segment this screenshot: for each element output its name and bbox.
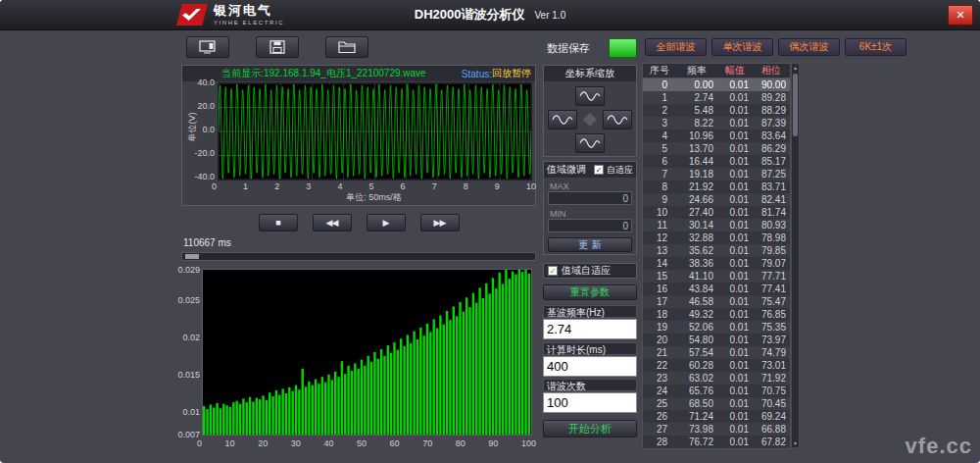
table-cell: 0.01 [717, 142, 753, 155]
display-mode-button[interactable] [186, 36, 229, 58]
open-file-button[interactable] [325, 36, 368, 58]
max-input[interactable] [548, 191, 632, 205]
table-cell: 21.92 [676, 180, 717, 193]
value-adaptive-label: 值域自适应 [562, 264, 611, 278]
min-input[interactable] [548, 219, 632, 232]
zoom-left-button[interactable] [548, 110, 577, 129]
save-button[interactable] [256, 36, 299, 58]
stop-button[interactable]: ■ [259, 214, 298, 232]
table-row[interactable]: 2465.760.0170.75 [643, 385, 790, 397]
table-cell: 4 [643, 129, 676, 142]
close-button[interactable]: ✕ [948, 5, 973, 26]
table-row[interactable]: 2157.540.0174.79 [643, 346, 790, 359]
table-row[interactable]: 719.180.0187.25 [643, 168, 790, 180]
table-row[interactable]: 513.700.0186.29 [643, 142, 790, 155]
table-row[interactable]: 25.480.0188.29 [643, 104, 790, 117]
axis-tick-label: 8 [464, 181, 468, 191]
table-cell: 24.66 [676, 193, 717, 206]
scroll-up-icon[interactable]: ▲ [792, 64, 799, 72]
column-header-frequency[interactable]: 频率 [676, 64, 717, 77]
harmonic-filter-button[interactable]: 单次谐波 [711, 38, 773, 56]
zoom-down-button[interactable] [575, 133, 605, 153]
table-cell: 0.01 [717, 359, 753, 372]
table-cell: 0.01 [717, 257, 753, 270]
table-row[interactable]: 2671.240.0169.24 [643, 410, 790, 423]
adaptive-checkbox[interactable]: ✓ [594, 165, 604, 175]
table-cell: 12 [643, 232, 676, 244]
table-row[interactable]: 2054.800.0173.97 [643, 334, 790, 346]
table-cell: 19.18 [676, 168, 717, 180]
table-cell: 65.76 [676, 385, 717, 397]
table-row[interactable]: 1130.140.0180.93 [643, 219, 790, 232]
table-row[interactable]: 1027.400.0181.74 [643, 206, 790, 219]
table-row[interactable]: 2568.500.0170.45 [643, 397, 790, 410]
table-cell: 0.01 [717, 397, 753, 410]
axis-tick-label: 40 [323, 438, 333, 448]
table-row[interactable]: 821.920.0183.71 [643, 180, 790, 193]
table-row[interactable]: 410.960.0183.64 [643, 129, 790, 142]
table-cell: 0.01 [717, 423, 753, 436]
rewind-button[interactable]: ◀◀ [313, 214, 352, 232]
table-cell: 83.64 [753, 129, 790, 142]
harmonic-order-label: 谐波次数 [543, 379, 637, 391]
table-row[interactable]: 2773.980.0166.88 [643, 423, 790, 436]
play-button[interactable]: ▶ [367, 214, 406, 232]
table-cell: 79.07 [753, 257, 790, 270]
table-cell: 0.01 [717, 219, 753, 232]
table-row[interactable]: 1335.620.0179.85 [643, 244, 790, 257]
table-cell: 0.01 [717, 283, 753, 295]
save-icon [269, 40, 286, 54]
column-header-amplitude[interactable]: 幅值 [717, 64, 753, 77]
scrollbar-thumb[interactable] [793, 74, 798, 136]
column-header-phase[interactable]: 相位 [753, 64, 790, 77]
table-cell: 27 [643, 423, 676, 436]
table-row[interactable]: 2876.720.0167.82 [643, 436, 790, 448]
axis-tick-label: 90 [488, 438, 498, 448]
fundamental-freq-input[interactable] [543, 319, 637, 339]
table-row[interactable]: 1746.580.0175.47 [643, 295, 790, 308]
table-row[interactable]: 1952.060.0175.35 [643, 321, 790, 334]
table-row[interactable]: 00.000.0190.00 [643, 78, 790, 91]
playback-slider[interactable] [181, 252, 536, 261]
scroll-down-icon[interactable]: ▼ [792, 439, 799, 447]
table-scrollbar[interactable]: ▲ ▼ [791, 63, 800, 448]
table-cell: 0.01 [717, 244, 753, 257]
table-row[interactable]: 924.660.0182.41 [643, 193, 790, 206]
table-row[interactable]: 1541.100.0177.71 [643, 270, 790, 283]
update-button[interactable]: 更 新 [548, 237, 632, 252]
table-row[interactable]: 12.740.0189.28 [643, 91, 790, 104]
range-adjust-header: 值域微调 ✓ 自适应 [544, 162, 636, 178]
table-cell: 0.01 [717, 155, 753, 168]
table-row[interactable]: 1849.320.0176.85 [643, 308, 790, 321]
zoom-center-diamond-icon [583, 113, 597, 127]
harmonic-order-input[interactable] [543, 392, 637, 413]
axis-tick-label: 0.025 [177, 295, 200, 305]
table-row[interactable]: 38.220.0187.39 [643, 117, 790, 129]
table-row[interactable]: 2363.020.0171.92 [643, 372, 790, 385]
table-cell: 8.22 [676, 117, 717, 129]
fast-forward-button[interactable]: ▶▶ [420, 214, 460, 232]
harmonic-table-body: 00.000.0190.0012.740.0189.2825.480.0188.… [642, 78, 791, 449]
brand-name: 银河电气 [214, 4, 284, 17]
table-row[interactable]: 1438.360.0179.07 [643, 257, 790, 270]
start-analysis-button[interactable]: 开始分析 [543, 420, 637, 437]
zoom-right-button[interactable] [603, 110, 632, 129]
slider-handle[interactable] [185, 254, 199, 259]
harmonic-filter-button[interactable]: 全部谐波 [645, 38, 707, 56]
zoom-up-button[interactable] [575, 86, 605, 106]
data-save-indicator-button[interactable] [609, 38, 637, 58]
table-cell: 26 [643, 410, 676, 423]
table-row[interactable]: 2260.280.0173.01 [643, 359, 790, 372]
value-adaptive-row: ✓ 值域自适应 [543, 263, 637, 279]
table-cell: 0.01 [717, 410, 753, 423]
reset-params-button[interactable]: 重置参数 [543, 284, 637, 300]
column-header-index[interactable]: 序号 [643, 64, 676, 77]
value-adaptive-checkbox[interactable]: ✓ [548, 266, 558, 276]
axis-tick-label: 30 [291, 438, 301, 448]
harmonic-filter-button[interactable]: 偶次谐波 [778, 38, 840, 56]
table-row[interactable]: 1232.880.0178.98 [643, 232, 790, 244]
harmonic-filter-button[interactable]: 6K±1次 [845, 38, 906, 56]
table-row[interactable]: 616.440.0185.17 [643, 155, 790, 168]
table-row[interactable]: 1643.840.0177.41 [643, 283, 790, 295]
calc-duration-input[interactable] [543, 356, 637, 377]
